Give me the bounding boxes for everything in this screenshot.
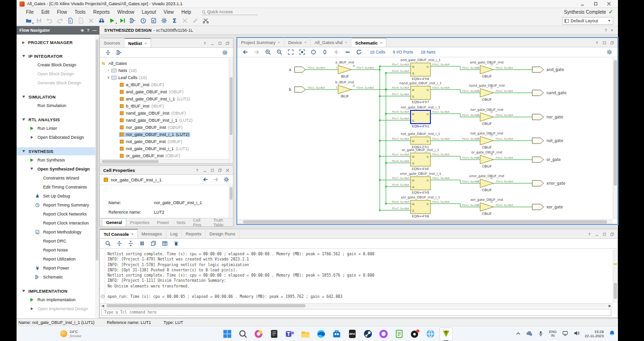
flow-item-open-elaborated-design[interactable]: Open Elaborated Design [17,133,99,142]
tab-tcl-console[interactable]: Tcl Console× [100,229,138,238]
tab-reports[interactable]: Reports [182,229,206,238]
forward-icon[interactable] [251,48,262,56]
flow-item-constraints-wizard[interactable]: Constraints Wizard [17,173,99,182]
tree-cell-a_IBUF_inst[interactable]: a_IBUF_inst(IBUF) [100,81,229,88]
taskbar-app-epic[interactable]: EPIC [346,328,358,340]
minimize-panel-icon[interactable] [203,166,207,174]
flow-item-report-utilization[interactable]: Report Utilization [17,254,99,263]
gear-icon[interactable] [224,176,229,184]
find-icon[interactable] [103,239,113,248]
menu-layout[interactable]: Layout [138,9,160,15]
flow-item-report-noise[interactable]: Report Noise [17,245,99,254]
minimize-panel-icon[interactable]: — [92,28,97,33]
close-banner-icon[interactable]: × [611,28,613,33]
taskbar-app-explorer[interactable] [299,328,312,340]
zoom-out-icon[interactable] [274,48,285,56]
close-tab-icon[interactable]: × [278,40,280,45]
flow-item-run-synthesis[interactable]: Run Synthesis [17,155,99,164]
chevron-right-icon[interactable]: › [107,68,110,72]
menu-flow[interactable]: Flow [53,9,71,15]
close-tab-icon[interactable]: × [144,41,147,45]
settings-gear-icon[interactable] [604,48,615,56]
tree-group-nets[interactable]: ›Nets(18) [100,67,229,74]
back-arrow-icon[interactable] [203,176,208,184]
taskbar-app-globe[interactable] [424,328,437,340]
cp-tab-power[interactable]: Power [153,218,173,226]
taskbar-app-notepad[interactable] [393,328,405,340]
close-button[interactable] [607,1,611,6]
tree-cell-nand_gate_OBUF_inst_i_1[interactable]: nand_gate_OBUF_inst_i_1(LUT2) [100,117,229,124]
help-icon[interactable]: ? [587,230,591,238]
step-button[interactable] [117,17,127,25]
netlist-hscrollbar[interactable] [100,159,229,163]
tree-cell-and_gate_OBUF_inst_i_1[interactable]: and_gate_OBUF_inst_i_1(LUT2) [100,95,229,102]
taskbar-app-opera[interactable] [377,328,390,340]
layout-selector[interactable]: Default Layout ▼ [562,17,613,25]
tray-chevron-up-icon[interactable] [516,330,521,338]
input-port-a[interactable]: aFO=1, SL=N/AIa_IBUF_instIBUFOFO=7, SL=N… [289,61,380,79]
flow-item-create-block-design[interactable]: Create Block Design [17,60,99,69]
tab-all_gates-vhd[interactable]: All_Gates.vhd× [311,37,351,47]
float-panel-icon[interactable] [225,39,230,47]
io-ports-count-link[interactable]: 9 I/O Ports [393,50,413,54]
remove-icon[interactable] [342,48,353,56]
flow-section-header-synthesis[interactable]: SYNTHESIS [17,147,99,155]
cp-tab-general[interactable]: General [102,218,126,226]
language-indicator[interactable]: ENGIN [549,330,556,338]
tree-cell-b_IBUF_inst[interactable]: b_IBUF_inst(IBUF) [100,102,229,109]
lut-cell-and_gate_OBUF_inst_i_1[interactable]: FO=7, SL=N/AFO=6, SL=N/AI0I1Oand_gate_OB… [379,58,481,81]
cp-tab-properties[interactable]: Properties [126,218,153,226]
cp-tab-truth-table[interactable]: Truth Table [209,218,233,226]
sigma-button[interactable]: Σ [169,17,179,25]
maximize-panel-icon[interactable] [210,166,215,174]
maximize-panel-icon[interactable] [218,39,222,47]
flow-item-report-power[interactable]: Report Power [17,263,99,272]
tab-log[interactable]: Log [166,229,182,238]
close-tab-icon[interactable]: × [304,40,307,45]
help-icon[interactable]: ? [195,166,199,174]
add-icon[interactable] [331,48,341,56]
output-port-nand_gate[interactable]: nand_gate [532,90,566,96]
tree-cell-not_gate_OBUF_inst[interactable]: not_gate_OBUF_inst(OBUF) [100,138,229,145]
tab-project-summary[interactable]: Project Summary× [237,37,285,47]
taskbar-app-steam[interactable] [362,328,374,340]
pause-output-icon[interactable] [137,239,147,248]
float-panel-icon[interactable] [218,166,222,174]
maximize-button[interactable] [593,1,598,6]
taskbar-app-vivado[interactable] [440,328,452,340]
flow-section-header-simulation[interactable]: SIMULATION [17,93,99,101]
taskbar-app-edge[interactable] [315,328,327,340]
zoom-selection-icon[interactable] [297,48,307,56]
tcl-console-output[interactable]: Netlist sorting complete. Time (s): cpu … [100,250,613,303]
output-port-nor_gate[interactable]: nor_gate [532,114,563,120]
close-tab-icon[interactable]: × [131,232,134,236]
float-panel-icon[interactable] [610,230,614,238]
flow-section-header-rtl-analysis[interactable]: RTL ANALYSIS [17,116,99,124]
flow-item-report-methodology[interactable]: Report Methodology [17,227,99,236]
unplace-button[interactable] [200,17,211,25]
output-port-xor_gate[interactable]: xor_gate [532,204,563,210]
flow-item-open-synthesized-design[interactable]: Open Synthesized Design [17,164,99,173]
taskbar-app-start[interactable] [221,328,233,340]
scroll-left-icon[interactable]: ◀ [100,304,106,308]
zoom-fit-icon[interactable] [286,48,296,56]
highlight-icon[interactable] [308,48,319,56]
tree-cell-and_gate_OBUF_inst[interactable]: and_gate_OBUF_inst(OBUF) [100,88,229,95]
tab-device[interactable]: Device× [285,37,311,47]
maximize-panel-icon[interactable] [602,230,607,238]
help-icon[interactable]: ? [605,28,607,33]
flow-item-edit-timing-constraints[interactable]: Edit Timing Constraints [17,182,99,191]
output-port-or_gate[interactable]: or_gate [532,157,561,162]
copy-icon[interactable] [148,239,159,248]
menu-reports[interactable]: Reports [89,9,114,15]
quick-access-input[interactable] [207,9,250,14]
close-tab-icon[interactable]: × [380,41,383,45]
output-port-not_gate[interactable]: not_gate [532,138,563,144]
tree-cell-nand_gate_OBUF_inst[interactable]: nand_gate_OBUF_inst(OBUF) [100,109,229,117]
output-port-xnor_gate[interactable]: xnor_gate [532,180,565,186]
schematic-button[interactable] [127,17,138,25]
obuf-cell-or_gate_OBUF_inst[interactable]: Ior_gate_OBUF_instOOBUFFO=1, SL=N/A [471,151,532,169]
notification-bell-icon[interactable] [609,330,615,338]
taskbar-app-picsart[interactable] [252,328,265,340]
open-file-button[interactable]: ▾ [23,17,34,25]
